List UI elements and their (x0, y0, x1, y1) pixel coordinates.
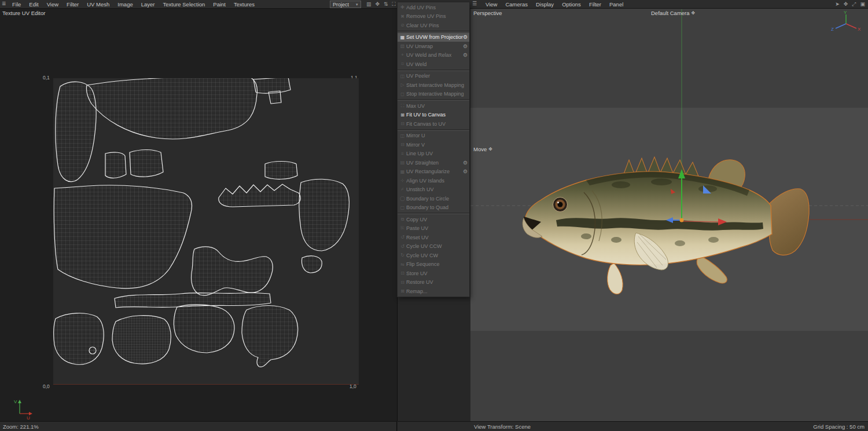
remap-icon: ⊠ (399, 288, 406, 294)
context-item-paste-uv[interactable]: ⎘Paste UV (398, 224, 469, 233)
cycle-uv-cw-icon: ↻ (399, 253, 406, 258)
context-item-boundary-to-quad[interactable]: ▢Boundary to Quad (398, 203, 469, 213)
context-item-uv-weld-and-relax[interactable]: ⌖UV Weld and Relax⚙ (398, 51, 469, 60)
context-item-start-interactive-mapping[interactable]: ▷Start Interactive Mapping (398, 81, 469, 90)
context-item-fit-uv-to-canvas[interactable]: ⊞Fit UV to Canvas (398, 111, 469, 120)
chevron-down-icon: ▾ (356, 2, 358, 7)
context-item-restore-uv[interactable]: ⊟Restore UV (398, 278, 469, 287)
uv-island[interactable] (253, 78, 290, 93)
project-dropdown[interactable]: Project ▾ (330, 1, 361, 8)
uv-island[interactable] (54, 185, 192, 288)
uv-island[interactable] (130, 150, 163, 177)
context-item-uv-straighten[interactable]: ▤UV Straighten⚙ (398, 158, 469, 167)
max-uv-icon: ⛶ (399, 103, 406, 109)
menu-uv-mesh[interactable]: UV Mesh (83, 1, 113, 8)
vp-menu-options[interactable]: Options (558, 1, 585, 8)
menu-view[interactable]: View (43, 1, 62, 8)
context-item-cycle-uv-cw[interactable]: ↻Cycle UV CW (398, 251, 469, 260)
context-item-line-up-uv[interactable]: ≡Line Up UV (398, 149, 469, 159)
view-mode-label[interactable]: Perspective (473, 10, 502, 16)
context-item-add-uv-pins[interactable]: ✚Add UV Pins (398, 3, 469, 12)
cursor-icon[interactable]: ➤ (835, 1, 840, 7)
clear-uv-pins-icon: ⊘ (399, 23, 406, 28)
menu-textures[interactable]: Textures (230, 1, 259, 8)
uv-island[interactable] (269, 91, 281, 104)
context-item-uv-weld[interactable]: ⌑UV Weld (398, 60, 469, 69)
menu-paint[interactable]: Paint (209, 1, 230, 8)
uv-island[interactable] (174, 305, 234, 353)
uv-canvas[interactable] (53, 78, 359, 385)
vp-menu-display[interactable]: Display (532, 1, 558, 8)
vp-menu-cameras[interactable]: Cameras (501, 1, 532, 8)
window-icon[interactable]: ▣ (860, 1, 865, 7)
context-item-flip-sequence[interactable]: ⇋Flip Sequence (398, 260, 469, 269)
context-item-unstitch-uv[interactable]: ⌿Unstitch UV (398, 185, 469, 195)
context-item-uv-unwrap[interactable]: ▧UV Unwrap⚙ (398, 42, 469, 51)
uv-island[interactable] (105, 152, 126, 178)
maximize-icon[interactable]: ⛶ (392, 1, 396, 8)
context-item-uv-rectangularize[interactable]: ▦UV Rectangularize⚙ (398, 167, 469, 177)
menu-image[interactable]: Image (113, 1, 137, 8)
uv-island[interactable] (242, 306, 298, 367)
context-item-remove-uv-pins[interactable]: ✖Remove UV Pins (398, 12, 469, 21)
perspective-viewport[interactable]: Perspective Default Camera ✥ Move ✥ Y X … (470, 8, 868, 421)
uv-island[interactable] (219, 184, 301, 207)
context-item-boundary-to-circle[interactable]: ◯Boundary to Circle (398, 194, 469, 203)
menu-filter[interactable]: Filter (62, 1, 83, 8)
context-item-align-uv-islands[interactable]: ⊹Align UV Islands (398, 176, 469, 185)
uv-island[interactable] (192, 247, 273, 295)
camera-label[interactable]: Default Camera ✥ (651, 10, 695, 16)
vp-menu-view[interactable]: View (481, 1, 501, 8)
context-item-uv-peeler[interactable]: ◫UV Peeler (398, 72, 469, 81)
context-item-reset-uv[interactable]: ↺Reset UV (398, 233, 469, 242)
uv-island[interactable] (54, 313, 104, 365)
vp-menu-filter[interactable]: Filter (585, 1, 605, 8)
vp-menu-panel[interactable]: Panel (605, 1, 627, 8)
uv-island[interactable] (86, 78, 257, 139)
gear-icon[interactable]: ⚙ (463, 43, 468, 49)
context-item-label: Fit Canvas to UV (406, 121, 468, 127)
context-item-cycle-uv-ccw[interactable]: ↺Cycle UV CCW (398, 242, 469, 251)
menu-layer[interactable]: Layer (137, 1, 159, 8)
viewport-axis-gizmo: Y X Z (831, 10, 861, 35)
uv-island[interactable] (89, 347, 96, 354)
uv-corner-label-01: 0,1 (43, 75, 50, 81)
zoom-icon[interactable]: ⤢ (852, 1, 856, 8)
gear-icon[interactable]: ⚙ (463, 169, 468, 174)
context-item-set-uvw-from-projection[interactable]: ▦Set UVW from Projection⚙ (398, 33, 469, 42)
context-item-mirror-v[interactable]: ⊟Mirror V (398, 140, 469, 149)
context-item-remap[interactable]: ⊠Remap... (398, 287, 469, 296)
uv-island[interactable] (265, 162, 297, 180)
axis-y-label: Y (844, 10, 847, 15)
context-item-copy-uv[interactable]: ⧉Copy UV (398, 215, 469, 224)
context-item-mirror-u[interactable]: ◫Mirror U (398, 132, 469, 141)
context-item-label: Flip Sequence (406, 261, 468, 267)
context-item-label: Clear UV Pins (406, 23, 468, 28)
menu-texture-selection[interactable]: Texture Selection (159, 1, 209, 8)
context-item-max-uv[interactable]: ⛶Max UV (398, 101, 469, 111)
fish-model[interactable] (523, 157, 809, 294)
context-item-stop-interactive-mapping[interactable]: ◻Stop Interactive Mapping (398, 90, 469, 99)
gear-icon[interactable]: ⚙ (463, 34, 468, 40)
uv-island[interactable] (302, 256, 322, 273)
pan-icon[interactable]: ✥ (376, 1, 380, 7)
project-dropdown-label: Project (333, 2, 349, 8)
context-item-label: Line Up UV (406, 151, 468, 156)
context-item-clear-uv-pins[interactable]: ⊘Clear UV Pins (398, 21, 469, 30)
pan-icon[interactable]: ✥ (844, 1, 848, 7)
uv-context-menu: ✚Add UV Pins✖Remove UV Pins⊘Clear UV Pin… (397, 2, 470, 297)
hamburger-icon[interactable]: ☰ (472, 1, 477, 6)
context-item-fit-canvas-to-uv[interactable]: ⊟Fit Canvas to UV (398, 119, 469, 129)
zoom-level: Zoom: 221.1% (3, 423, 39, 430)
context-item-store-uv[interactable]: ⊡Store UV (398, 269, 469, 278)
menu-edit[interactable]: Edit (25, 1, 42, 8)
histogram-icon[interactable]: ▥ (366, 1, 372, 7)
gear-icon[interactable]: ⚙ (463, 160, 468, 166)
gear-icon[interactable]: ⚙ (463, 52, 468, 58)
uv-island[interactable] (112, 316, 171, 364)
menu-file[interactable]: File (8, 1, 25, 8)
panel-menu-icon[interactable]: ≣ (2, 1, 6, 6)
scroll-icon[interactable]: ⇅ (384, 1, 388, 7)
uv-island[interactable] (299, 179, 349, 251)
uv-editor-toolbar-icons: ▥✥⇅⛶ (366, 0, 396, 8)
